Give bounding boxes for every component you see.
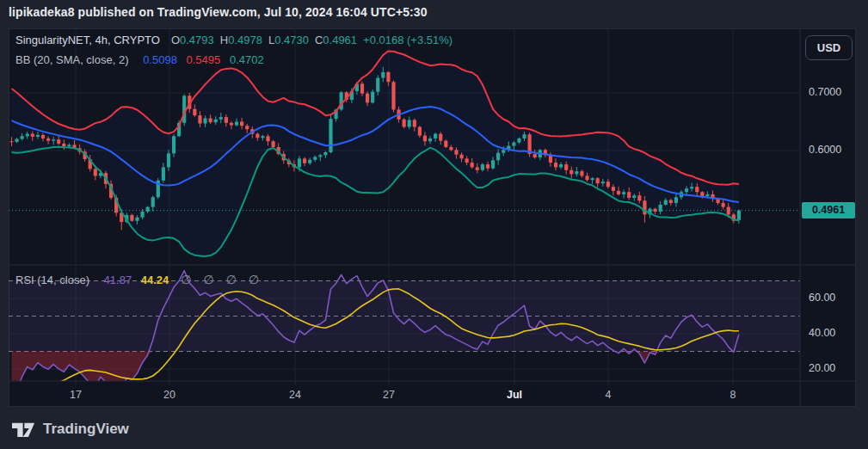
tradingview-brand-text: TradingView — [43, 421, 129, 438]
time-tick-label: 27 — [383, 389, 395, 401]
time-tick-label: 20 — [163, 389, 175, 401]
rsi-empty-value: ∅ — [181, 273, 191, 286]
rsi-empty-value: ∅ — [204, 273, 214, 286]
time-tick-label: Jul — [507, 389, 522, 401]
change-value: +0.0168 (+3.51%) — [363, 34, 452, 46]
rsi-pane — [9, 271, 800, 404]
rsi-ma-value: 44.24 — [141, 274, 169, 286]
currency-usd-button[interactable]: USD — [805, 35, 853, 60]
rsi-label: RSI (14, close) — [15, 274, 89, 286]
ohlc-letter: H — [220, 34, 228, 46]
symbol-legend: SingularityNET, 4h, CRYPTOO0.4793H0.4978… — [15, 34, 452, 46]
rsi-tick-label: 40.00 — [809, 327, 855, 339]
attribution-header: lipikadeka8 published on TradingView.com… — [9, 5, 428, 19]
rsi-legend: RSI (14, close) 41.87 44.24∅∅∅∅ — [15, 273, 259, 286]
tradingview-snapshot: lipikadeka8 published on TradingView.com… — [0, 0, 868, 449]
tradingview-mark-icon — [12, 420, 35, 439]
bb-legend: BB (20, SMA, close, 2) 0.5098 0.5495 0.4… — [15, 53, 264, 66]
rsi-tick-label: 20.00 — [809, 362, 855, 374]
ohlc-letter: C — [315, 34, 323, 46]
symbol-title: SingularityNET, 4h, CRYPTO — [15, 34, 160, 46]
bb-basis-value: 0.5098 — [143, 53, 177, 66]
bb-band-fill — [12, 51, 739, 256]
price-tick-label: 0.6000 — [809, 144, 855, 156]
ohlc-letter: O — [171, 34, 180, 46]
time-tick-label: 24 — [289, 389, 301, 401]
price-tick-label: 0.7000 — [809, 86, 855, 98]
rsi-empty-value: ∅ — [226, 273, 237, 286]
chart-canvas[interactable] — [9, 28, 856, 407]
time-tick-label: 4 — [606, 389, 612, 401]
time-tick-label: 8 — [730, 389, 736, 401]
bb-upper-value: 0.5495 — [187, 53, 221, 66]
bb-lower-value: 0.4702 — [230, 53, 264, 66]
last-price-badge: 0.4961 — [802, 202, 855, 218]
ohlc-value: 0.4961 — [323, 34, 357, 46]
bb-label: BB (20, SMA, close, 2) — [15, 53, 129, 66]
tradingview-logo[interactable]: TradingView — [12, 420, 129, 439]
ohlc-value: 0.4730 — [274, 34, 309, 46]
price-pane — [9, 51, 741, 256]
rsi-tick-label: 60.00 — [809, 292, 855, 304]
rsi-empty-value: ∅ — [249, 273, 259, 286]
rsi-value: 41.87 — [104, 274, 132, 286]
ohlc-value: 0.4793 — [180, 34, 214, 46]
ohlc-value: 0.4978 — [228, 34, 262, 46]
time-tick-label: 17 — [70, 389, 82, 401]
